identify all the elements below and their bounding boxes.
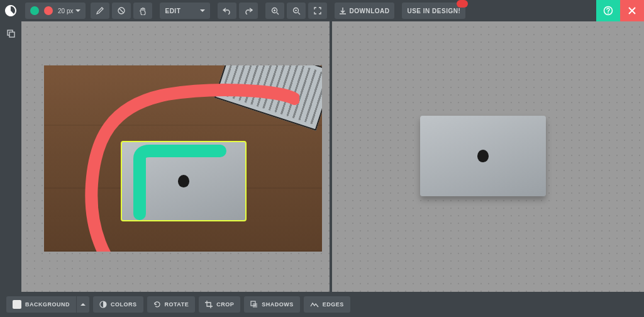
shadows-icon [250, 301, 258, 308]
download-button[interactable]: DOWNLOAD [335, 3, 394, 19]
keep-brush-button[interactable] [30, 6, 39, 15]
top-toolbar: 20 px EDIT [0, 0, 644, 21]
background-button[interactable]: BACKGROUND [6, 296, 76, 313]
contrast-icon [99, 301, 107, 308]
rotate-icon [153, 301, 161, 308]
download-label: DOWNLOAD [349, 8, 389, 14]
crop-label: CROP [216, 301, 234, 308]
background-swatch-icon [13, 300, 21, 309]
chevron-down-icon [75, 9, 80, 12]
pan-tool-button[interactable] [133, 3, 152, 19]
brush-size-dropdown[interactable]: 20 px [58, 3, 80, 19]
chevron-down-icon [200, 9, 205, 12]
workspace [21, 21, 644, 292]
result-panel[interactable] [332, 21, 644, 292]
app-logo[interactable] [0, 0, 21, 21]
mode-dropdown[interactable]: EDIT [160, 3, 210, 19]
shadows-button[interactable]: SHADOWS [244, 296, 300, 313]
background-label: BACKGROUND [25, 301, 70, 308]
close-button[interactable] [620, 0, 644, 21]
mode-label: EDIT [165, 8, 180, 14]
erase-tool-button[interactable] [112, 3, 131, 19]
edges-button[interactable]: EDGES [304, 296, 350, 313]
window-controls [596, 0, 644, 21]
colors-button[interactable]: COLORS [93, 296, 143, 313]
edges-label: EDGES [323, 301, 344, 308]
crop-button[interactable]: CROP [199, 296, 240, 313]
crop-icon [205, 301, 213, 308]
use-in-design-label: USE IN DESIGN! [407, 8, 460, 14]
use-in-design-button[interactable]: USE IN DESIGN! [402, 3, 465, 19]
zoom-in-button[interactable] [265, 3, 284, 19]
edges-icon [310, 301, 319, 308]
source-image[interactable] [44, 65, 322, 252]
source-panel[interactable] [21, 21, 330, 292]
background-split-button: BACKGROUND [6, 296, 89, 313]
colors-label: COLORS [111, 301, 137, 308]
help-button[interactable] [596, 0, 620, 21]
left-sidebar [0, 21, 21, 292]
zoom-out-button[interactable] [287, 3, 306, 19]
rotate-button[interactable]: ROTATE [147, 296, 196, 313]
brush-size-value: 20 px [58, 8, 73, 14]
keep-brush-stroke [126, 145, 233, 220]
result-laptop [420, 116, 546, 196]
chevron-up-icon [80, 303, 86, 306]
brush-color-group: 20 px [25, 3, 86, 19]
bottom-toolbar: BACKGROUND COLORS ROTATE CROP SHADOWS ED… [0, 292, 644, 317]
redo-button[interactable] [239, 3, 258, 19]
layers-button[interactable] [3, 25, 19, 42]
fullscreen-button[interactable] [308, 3, 327, 19]
svg-rect-5 [9, 32, 14, 37]
shadows-label: SHADOWS [262, 301, 294, 308]
undo-button[interactable] [218, 3, 236, 19]
pencil-tool-button[interactable] [91, 3, 109, 19]
svg-rect-8 [253, 303, 257, 308]
rotate-label: ROTATE [165, 301, 189, 308]
remove-brush-button[interactable] [44, 6, 53, 15]
background-dropdown-button[interactable] [77, 296, 89, 313]
